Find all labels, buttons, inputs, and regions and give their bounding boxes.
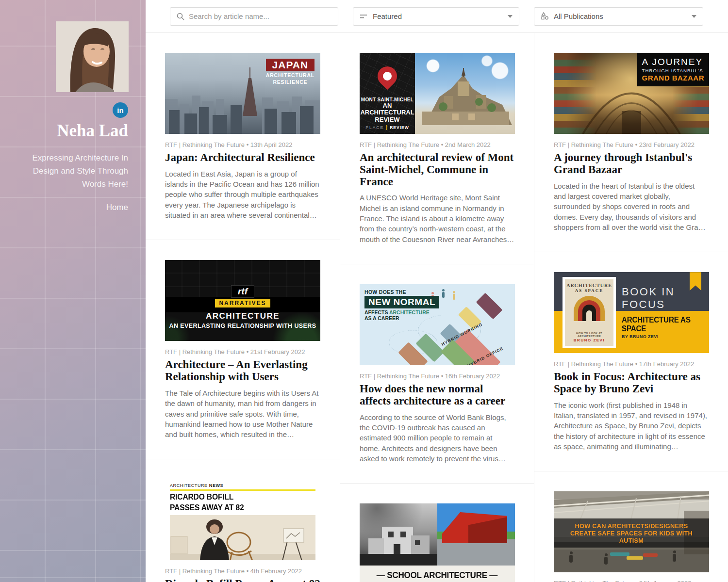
thumbnail-headline: RICARDO BOFILL — [170, 493, 304, 501]
article-card-mont-saint-michel[interactable]: MONT SAINT-MICHEL AN ARCHITECTURAL REVIE… — [340, 33, 534, 264]
bofill-portrait — [170, 515, 315, 561]
article-meta: RTF | Rethinking The Future • 23rd Febru… — [554, 141, 709, 148]
subtitle-part: ARCHITECTURE — [389, 309, 430, 315]
article-meta: RTF | Rethinking The Future • 24th Janua… — [554, 580, 709, 582]
article-title[interactable]: An architectural review of Mont Saint-Mi… — [360, 152, 514, 188]
article-meta: RTF | Rethinking The Future • 16th Febru… — [360, 372, 514, 380]
old-school-photo — [360, 503, 437, 566]
thumbnail-title: NEW NORMAL — [364, 296, 439, 308]
article-card-book-in-focus[interactable]: BOOK IN FOCUS ARCHITECTURE AS SPACE BY B… — [534, 252, 728, 471]
article-thumbnail-bofill[interactable]: ARCHITECTURE NEWS RICARDO BOFILL PASSES … — [165, 479, 320, 560]
cover-title: AS SPACE — [565, 288, 613, 293]
chevron-down-icon — [692, 15, 696, 18]
article-meta: RTF | Rethinking The Future • 21st Febru… — [165, 348, 320, 356]
sort-dropdown[interactable]: Featured — [353, 7, 519, 26]
thumbnail-subtitle: RESILIENCE — [266, 79, 314, 85]
article-thumbnail-school[interactable]: — SCHOOL ARCHITECTURE — — [360, 503, 515, 582]
platform-graphic — [476, 293, 503, 320]
article-card-everlasting[interactable]: rtf NARRATIVES ARCHITECTURE AN EVERLASTI… — [146, 240, 340, 459]
article-meta: RTF | Rethinking The Future • 17th Febru… — [554, 360, 709, 368]
article-thumbnail-mont-saint-michel[interactable]: MONT SAINT-MICHEL AN ARCHITECTURAL REVIE… — [360, 53, 515, 134]
subtitle-part: AFFECTS — [364, 309, 388, 315]
kicker-text: ARCHITECTURE — [170, 483, 208, 488]
tag-place: PLACE — [365, 125, 384, 130]
thumbnail-title-block: HOW DOES THE NEW NORMAL AFFECTS ARCHITEC… — [364, 289, 439, 321]
search-icon — [177, 13, 184, 20]
avatar — [56, 21, 129, 92]
bofill-portrait-graphic — [170, 515, 315, 561]
thumbnail-title: ARCHITECTURE — [206, 311, 280, 321]
article-meta: RTF | Rethinking The Future • 2nd March … — [360, 141, 514, 148]
grid-column-2: MONT SAINT-MICHEL AN ARCHITECTURAL REVIE… — [340, 33, 534, 582]
location-pin-icon — [374, 63, 401, 90]
article-title[interactable]: Ricardo Bofill Passes Away at 82 — [165, 578, 320, 582]
cover-subtitle: HOW TO LOOK AT ARCHITECTURE — [565, 332, 613, 338]
article-grid: JAPAN ARCHITECTURAL RESILIENCE RTF | Ret… — [146, 33, 728, 582]
tag-divider — [386, 125, 387, 130]
bench-graphic — [627, 556, 643, 560]
grid-column-1: JAPAN ARCHITECTURAL RESILIENCE RTF | Ret… — [146, 33, 340, 582]
thumbnail-caption-band: — SCHOOL ARCHITECTURE — — [360, 566, 515, 582]
article-card-grand-bazaar[interactable]: A JOURNEY THROUGH ISTANBUL'S GRAND BAZAA… — [534, 33, 728, 252]
article-thumbnail-autism[interactable]: HOW CAN ARCHITECTS/DESIGNERS CREATE SAFE… — [554, 491, 709, 572]
article-title[interactable]: A journey through Istanbul's Grand Bazaa… — [554, 152, 709, 176]
thumbnail-title: JAPAN — [266, 59, 314, 71]
linkedin-icon[interactable]: in — [113, 102, 128, 118]
thumbnail-headline: PASSES AWAY AT 82 — [170, 504, 304, 512]
thumbnail-highlight: GRAND BAZAAR — [642, 74, 705, 82]
search-input[interactable] — [189, 12, 331, 20]
article-title[interactable]: Architecture – An Everlasting Relationsh… — [165, 359, 320, 383]
thumbnail-title-block: ARCHITECTURE AS SPACE BY BRUNO ZEVI — [622, 316, 706, 339]
thumbnail-kicker: ARCHITECTURE NEWS — [170, 483, 315, 491]
article-card-school-architecture[interactable]: — SCHOOL ARCHITECTURE — — [340, 484, 534, 582]
article-excerpt: A UNESCO World Heritage site, Mont Saint… — [360, 193, 514, 244]
thumbnail-title-block: JAPAN ARCHITECTURAL RESILIENCE — [266, 59, 314, 85]
book-cover: ARCHITECTURE AS SPACE HOW TO LOOK AT ARC… — [563, 277, 616, 348]
publications-dropdown[interactable]: All Publications — [534, 7, 703, 26]
article-card-bofill[interactable]: ARCHITECTURE NEWS RICARDO BOFILL PASSES … — [146, 459, 340, 582]
article-card-autism-spaces[interactable]: HOW CAN ARCHITECTS/DESIGNERS CREATE SAFE… — [534, 471, 728, 582]
thumbnail-title-block: MONT SAINT-MICHEL AN ARCHITECTURAL REVIE… — [360, 97, 415, 130]
profile-name: Neha Lad — [10, 121, 128, 141]
article-thumbnail-new-normal[interactable]: HYBRID WORKING HYBRID OFFICE HOW DOES TH… — [360, 284, 515, 365]
thumbnail-title: ARCHITECTURE AS SPACE — [622, 316, 702, 333]
grid-column-3: A JOURNEY THROUGH ISTANBUL'S GRAND BAZAA… — [534, 33, 728, 582]
cover-author: BRUNO ZEVI — [565, 338, 613, 342]
thumbnail-subtitle: AFFECTS ARCHITECTURE — [364, 309, 439, 315]
thumbnail-series-title: BOOK IN FOCUS — [622, 286, 709, 311]
person-silhouette — [569, 555, 573, 563]
profile-tagline: Expressing Architecture In Design and St… — [31, 151, 128, 191]
article-thumbnail-grand-bazaar[interactable]: A JOURNEY THROUGH ISTANBUL'S GRAND BAZAA… — [554, 53, 709, 134]
red-building-photo — [437, 503, 515, 566]
article-card-japan[interactable]: JAPAN ARCHITECTURAL RESILIENCE RTF | Ret… — [146, 33, 340, 240]
school-photos — [360, 503, 515, 566]
sort-icon — [360, 14, 368, 19]
bench-graphic — [643, 553, 658, 557]
chevron-down-icon — [508, 15, 513, 18]
kicker-text-bold: NEWS — [209, 483, 223, 488]
avatar-portrait-graphic — [56, 21, 129, 92]
thumbnail-author: BY BRUNO ZEVI — [622, 334, 706, 339]
article-thumbnail-book-in-focus[interactable]: BOOK IN FOCUS ARCHITECTURE AS SPACE BY B… — [554, 272, 709, 353]
rtf-logo: rtf — [231, 285, 254, 298]
article-title[interactable]: How does the new normal affects architec… — [360, 383, 514, 407]
search-box[interactable] — [170, 7, 338, 26]
thumbnail-subtitle: AN EVERLASTING RELATIONSHIP WITH USERS — [169, 323, 316, 329]
thumbnail-tags: PLACE REVIEW — [360, 125, 415, 130]
book-cover-art: ARCHITECTURE AS SPACE HOW TO LOOK AT ARC… — [565, 279, 613, 346]
thumbnail-title-block: rtf NARRATIVES ARCHITECTURE AN EVERLASTI… — [165, 260, 320, 341]
article-title[interactable]: Book in Focus: Architecture as Space by … — [554, 371, 709, 395]
thumbnail-subtitle: ARCHITECTURAL — [266, 72, 314, 78]
cover-arch-graphic — [574, 296, 605, 321]
narratives-badge: NARRATIVES — [215, 299, 270, 307]
sort-dropdown-value: Featured — [373, 12, 402, 20]
thumbnail-subtitle: THROUGH ISTANBUL'S — [642, 68, 705, 73]
castle-graphic — [415, 67, 515, 125]
article-thumbnail-japan[interactable]: JAPAN ARCHITECTURAL RESILIENCE — [165, 53, 320, 134]
article-card-new-normal[interactable]: HYBRID WORKING HYBRID OFFICE HOW DOES TH… — [340, 264, 534, 484]
sidebar-item-home[interactable]: Home — [106, 203, 128, 212]
article-title[interactable]: Japan: Architectural Resilience — [165, 152, 320, 164]
article-thumbnail-everlasting[interactable]: rtf NARRATIVES ARCHITECTURE AN EVERLASTI… — [165, 260, 320, 341]
person-figure — [442, 292, 445, 298]
bench-graphic — [610, 552, 629, 556]
